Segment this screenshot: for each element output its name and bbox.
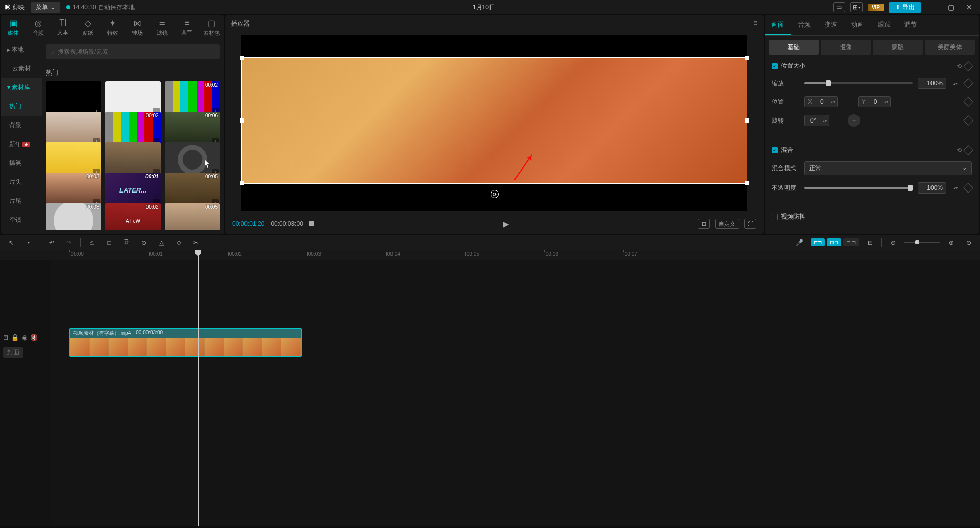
media-thumbnail[interactable]: 00:02↓ bbox=[105, 112, 160, 147]
keyframe-icon[interactable] bbox=[963, 115, 973, 126]
media-thumbnail[interactable]: 00:03↓ bbox=[46, 203, 101, 230]
sidebar-item-local[interactable]: ▸ 本地 bbox=[1, 40, 42, 59]
category-片尾[interactable]: 片尾 bbox=[1, 191, 42, 210]
display-button[interactable]: ⊞ ▾ bbox=[850, 2, 863, 12]
keyframe-icon[interactable] bbox=[963, 145, 973, 155]
magnet-link[interactable]: ⊓⊓ bbox=[827, 238, 841, 246]
focus-icon[interactable]: ⊡ bbox=[698, 219, 710, 229]
close-button[interactable]: ✕ bbox=[963, 2, 976, 12]
media-thumbnail[interactable]: 00:03↓ bbox=[46, 173, 101, 207]
keyframe-icon[interactable] bbox=[963, 78, 973, 88]
layout-button[interactable]: ▭ bbox=[833, 2, 845, 12]
undo-button[interactable]: ↶ bbox=[45, 236, 58, 249]
inspector-tab-变速[interactable]: 变速 bbox=[818, 15, 844, 35]
media-thumbnail[interactable]: 00:02↓ bbox=[165, 81, 220, 116]
inspector-tab-音频[interactable]: 音频 bbox=[791, 15, 818, 35]
sub-tab-基础[interactable]: 基础 bbox=[769, 40, 819, 55]
reset-icon[interactable]: ⟲ bbox=[957, 147, 962, 154]
tool-tab-媒体[interactable]: ▣媒体 bbox=[1, 15, 26, 40]
tool-tab-贴纸[interactable]: ◇贴纸 bbox=[76, 15, 101, 40]
tool-tab-文本[interactable]: TI文本 bbox=[51, 15, 76, 40]
pointer-tool[interactable]: ↖ bbox=[5, 236, 17, 249]
mirror-tool[interactable]: △ bbox=[155, 236, 167, 249]
tool-dropdown[interactable]: ▾ bbox=[22, 236, 35, 249]
search-input[interactable]: ⌕ 搜索视频场景/元素 bbox=[46, 44, 220, 59]
category-热门[interactable]: 热门 bbox=[1, 97, 42, 116]
category-搞笑[interactable]: 搞笑 bbox=[1, 154, 42, 173]
inspector-tab-动画[interactable]: 动画 bbox=[844, 15, 871, 35]
zoom-out-button[interactable]: ⊖ bbox=[887, 236, 899, 249]
lock-icon[interactable]: 🔒 bbox=[11, 334, 19, 341]
marker-icon[interactable] bbox=[309, 221, 314, 226]
copy-tool[interactable]: ⿻ bbox=[120, 236, 133, 249]
redo-button[interactable]: ↷ bbox=[63, 236, 75, 249]
category-空镜[interactable]: 空镜 bbox=[1, 210, 42, 229]
tool-tab-滤镜[interactable]: ≣滤镜 bbox=[150, 15, 175, 40]
timeline-ruler[interactable]: I00:00I00:01I00:02I00:03I00:04I00:05I00:… bbox=[51, 250, 980, 260]
media-thumbnail[interactable]: 00:05↓ bbox=[165, 203, 220, 230]
speed-tool[interactable]: ⊙ bbox=[138, 236, 150, 249]
magnet-off[interactable]: ⊏ ⊐ bbox=[843, 238, 859, 246]
media-thumbnail[interactable]: 00:06↓ bbox=[165, 112, 220, 147]
opacity-slider[interactable] bbox=[804, 187, 913, 189]
resize-handle[interactable] bbox=[745, 56, 749, 60]
menu-button[interactable]: 菜单 ⌄ bbox=[31, 2, 60, 13]
tool-tab-素材包[interactable]: ▢素材包 bbox=[200, 15, 225, 40]
media-thumbnail[interactable]: A FεW00:02↓ bbox=[105, 203, 160, 230]
player-menu-icon[interactable]: ≡ bbox=[754, 19, 757, 28]
maximize-button[interactable]: ▢ bbox=[944, 2, 958, 12]
play-button[interactable]: ▶ bbox=[321, 219, 692, 229]
player-stage[interactable]: ⟳ bbox=[225, 32, 764, 213]
sidebar-item-cloud[interactable]: 云素材 bbox=[1, 59, 42, 78]
playhead[interactable] bbox=[198, 250, 199, 526]
pos-size-check[interactable]: ✓ 位置大小 bbox=[772, 62, 805, 70]
inspector-tab-调节[interactable]: 调节 bbox=[897, 15, 924, 35]
delete-tool[interactable]: □ bbox=[103, 236, 115, 249]
split-tool[interactable]: ⎌ bbox=[86, 236, 98, 249]
settings-icon[interactable]: ⊡ bbox=[3, 334, 8, 341]
media-thumbnail[interactable]: ↓ bbox=[46, 81, 101, 116]
stepper-icon[interactable]: ▴▾ bbox=[951, 81, 960, 86]
media-thumbnail[interactable]: ↓ bbox=[165, 142, 220, 177]
media-thumbnail[interactable]: ↓ bbox=[105, 142, 160, 177]
zoom-in-button[interactable]: ⊕ bbox=[945, 236, 958, 249]
category-新年[interactable]: 新年★ bbox=[1, 135, 42, 154]
magnet-on[interactable]: ⊏⊐ bbox=[811, 238, 825, 246]
resize-handle[interactable] bbox=[745, 181, 749, 185]
align-tool[interactable]: ⊟ bbox=[864, 236, 876, 249]
resize-handle[interactable] bbox=[240, 118, 244, 123]
sub-tab-蒙版[interactable]: 蒙版 bbox=[873, 40, 923, 55]
video-clip[interactable]: 视频素材（有字幕）.mp4 00:00:03:00 bbox=[69, 328, 302, 357]
blend-mode-select[interactable]: 正常⌄ bbox=[804, 161, 972, 175]
fit-button[interactable]: ⊙ bbox=[963, 236, 975, 249]
tool-tab-音频[interactable]: ◎音频 bbox=[26, 15, 51, 40]
resize-handle[interactable] bbox=[240, 181, 244, 185]
rotate-tool[interactable]: ◇ bbox=[173, 236, 185, 249]
pos-x-input[interactable]: X 0 ▴▾ bbox=[804, 96, 838, 107]
stepper-icon[interactable]: ▴▾ bbox=[951, 186, 960, 190]
category-背景[interactable]: 背景 bbox=[1, 116, 42, 135]
pos-y-input[interactable]: Y 0 ▴▾ bbox=[858, 96, 891, 107]
rotate-handle[interactable]: ⟳ bbox=[491, 190, 499, 198]
mute-icon[interactable]: 🔇 bbox=[30, 334, 38, 341]
media-thumbnail[interactable]: ↓ bbox=[46, 112, 101, 147]
stabilize-check[interactable]: 视频防抖 bbox=[772, 212, 972, 221]
keyframe-icon[interactable] bbox=[963, 183, 973, 193]
blend-check[interactable]: ✓ 混合 bbox=[772, 146, 793, 154]
crop-tool[interactable]: ✂ bbox=[190, 236, 202, 249]
sub-tab-美颜美体[interactable]: 美颜美体 bbox=[925, 40, 975, 55]
mic-icon[interactable]: 🎤 bbox=[793, 236, 805, 249]
cover-button[interactable]: 封面 bbox=[3, 347, 23, 358]
video-selection-frame[interactable] bbox=[241, 57, 747, 184]
tool-tab-特效[interactable]: ✦特效 bbox=[100, 15, 125, 40]
scale-value[interactable]: 100% bbox=[918, 78, 946, 89]
eye-icon[interactable]: ◉ bbox=[22, 334, 27, 341]
media-thumbnail[interactable]: ↓ bbox=[105, 81, 160, 116]
tool-tab-调节[interactable]: ≡调节 bbox=[175, 15, 200, 40]
zoom-slider[interactable] bbox=[904, 242, 940, 243]
rotation-input[interactable]: 0° ▴▾ bbox=[804, 115, 829, 126]
minimize-button[interactable]: — bbox=[926, 2, 939, 12]
sidebar-item-library[interactable]: ▾ 素材库 bbox=[1, 78, 42, 97]
opacity-value[interactable]: 100% bbox=[918, 182, 946, 194]
export-button[interactable]: ⬆ 导出 bbox=[889, 2, 921, 13]
